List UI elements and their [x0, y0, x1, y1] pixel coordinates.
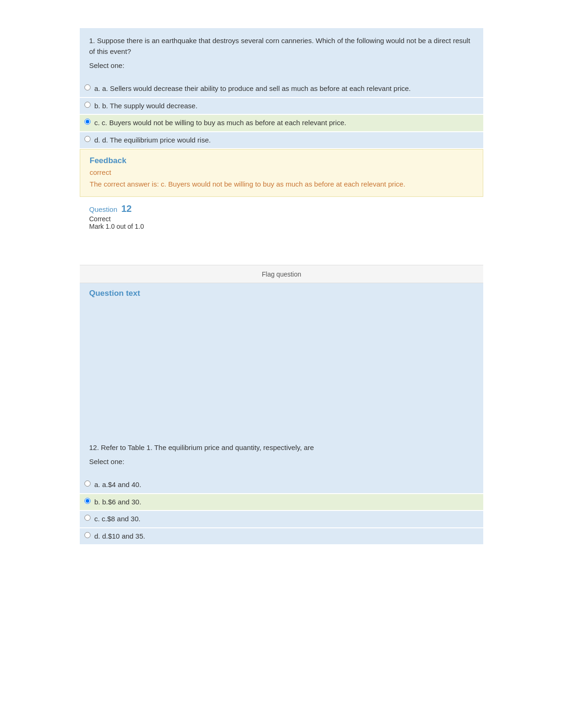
q12-answer-option-b[interactable]: b. b.$6 and 30.: [80, 494, 483, 510]
flag-question-link[interactable]: Flag question: [262, 270, 301, 278]
flag-question-row: Flag question: [80, 265, 483, 283]
question-number: 12: [121, 203, 131, 214]
q12-radio-b[interactable]: [84, 498, 91, 504]
q12-radio-c[interactable]: [84, 515, 91, 521]
spacer: [80, 237, 483, 265]
question-12-image-area: [80, 304, 483, 435]
answer-option-a-text: a. a. Sellers would decrease their abili…: [94, 83, 411, 94]
question-meta-mark: Mark 1.0 out of 1.0: [89, 223, 474, 230]
answer-option-c-text: c. c. Buyers would not be willing to buy…: [94, 118, 346, 128]
question-label: Question: [89, 205, 117, 213]
radio-a[interactable]: [84, 84, 91, 90]
question-meta-correct: Correct: [89, 215, 474, 223]
question-11-prompt: 1. Suppose there is an earthquake that d…: [89, 36, 474, 57]
question-11-block: 1. Suppose there is an earthquake that d…: [80, 28, 483, 283]
answer-option-b-text: b. b. The supply would decrease.: [94, 101, 198, 112]
radio-d[interactable]: [84, 136, 91, 142]
question-12-prompt: 12. Refer to Table 1. The equilibrium pr…: [89, 443, 474, 453]
answer-option-a[interactable]: a. a. Sellers would decrease their abili…: [80, 81, 483, 97]
question-11-text-area: 1. Suppose there is an earthquake that d…: [80, 28, 483, 81]
feedback-box: Feedback correct The correct answer is: …: [80, 149, 483, 197]
question-12-prompt-area: 12. Refer to Table 1. The equilibrium pr…: [80, 435, 483, 477]
q12-answer-option-d[interactable]: d. d.$10 and 35.: [80, 528, 483, 545]
answer-option-b[interactable]: b. b. The supply would decrease.: [80, 98, 483, 114]
q12-answer-option-d-text: d. d.$10 and 35.: [94, 531, 145, 542]
q12-answer-option-a[interactable]: a. a.$4 and 40.: [80, 477, 483, 493]
question-12-text-header: Question text: [80, 283, 483, 304]
q12-answer-option-a-text: a. a.$4 and 40.: [94, 480, 141, 490]
feedback-status: correct: [90, 168, 473, 176]
q12-radio-a[interactable]: [84, 480, 91, 487]
answer-option-c[interactable]: c. c. Buyers would not be willing to buy…: [80, 115, 483, 131]
q12-answer-option-c-text: c. c.$8 and 30.: [94, 514, 140, 525]
feedback-title: Feedback: [90, 156, 473, 165]
feedback-correct-text: The correct answer is: c. Buyers would n…: [90, 179, 473, 190]
page-container: 1. Suppose there is an earthquake that d…: [70, 0, 493, 573]
answer-option-d[interactable]: d. d. The equilibrium price would rise.: [80, 132, 483, 149]
radio-c[interactable]: [84, 119, 91, 125]
question-12-select-one: Select one:: [89, 458, 474, 465]
question-11-select-one: Select one:: [89, 61, 474, 69]
question-meta-title: Question 12: [89, 203, 474, 214]
question-meta-box: Question 12 Correct Mark 1.0 out of 1.0: [80, 197, 483, 237]
answer-option-d-text: d. d. The equilibrium price would rise.: [94, 135, 211, 146]
radio-b[interactable]: [84, 102, 91, 108]
q12-radio-d[interactable]: [84, 532, 91, 538]
q12-answer-option-c[interactable]: c. c.$8 and 30.: [80, 511, 483, 527]
q12-answer-option-b-text: b. b.$6 and 30.: [94, 497, 141, 508]
question-12-block: Question text 12. Refer to Table 1. The …: [80, 283, 483, 545]
